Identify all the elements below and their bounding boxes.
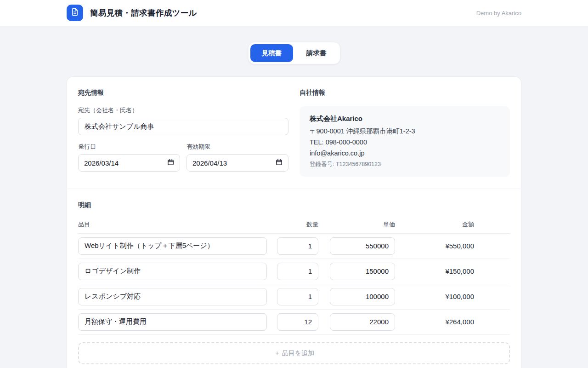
top-bar: 簡易見積・請求書作成ツール Demo by Akarico [0, 0, 588, 26]
company-tel: TEL: 098-000-0000 [310, 137, 500, 148]
issue-date-input[interactable]: 2026/03/14 [78, 154, 180, 172]
recipient-input[interactable] [78, 118, 288, 135]
recipient-section: 宛先情報 宛先（会社名・氏名） 発行日 2026/03/14 [78, 89, 288, 177]
expiry-date-field: 有効期限 2026/04/13 [187, 143, 288, 172]
company-email: info@akarico.co.jp [310, 148, 500, 159]
page-title: 簡易見積・請求書作成ツール [90, 7, 197, 18]
parties-section: 宛先情報 宛先（会社名・氏名） 発行日 2026/03/14 [67, 77, 521, 189]
unit-price-input[interactable] [330, 288, 395, 305]
company-name: 株式会社Akarico [310, 115, 500, 123]
column-header-item: 品目 [78, 220, 267, 229]
quantity-input[interactable] [277, 288, 318, 305]
company-section-title: 自社情報 [300, 89, 510, 97]
issue-date-value: 2026/03/14 [84, 159, 119, 167]
amount-value: ¥100,000 [395, 293, 510, 300]
doc-type-tabs: 見積書 請求書 [248, 42, 340, 64]
company-section: 自社情報 株式会社Akarico 〒900-0001 沖縄県那覇市港町1-2-3… [300, 89, 510, 177]
expiry-date-input[interactable]: 2026/04/13 [187, 154, 288, 172]
company-registration: 登録番号: T1234567890123 [310, 161, 500, 168]
column-header-amount: 金額 [395, 220, 510, 229]
quantity-input[interactable] [277, 313, 318, 331]
item-name-input[interactable] [78, 313, 267, 331]
expiry-date-value: 2026/04/13 [192, 159, 227, 167]
issue-date-field: 発行日 2026/03/14 [78, 143, 180, 172]
recipient-label: 宛先（会社名・氏名） [78, 106, 288, 115]
tab-invoice[interactable]: 請求書 [295, 44, 338, 62]
unit-price-input[interactable] [330, 313, 395, 331]
company-info-box: 株式会社Akarico 〒900-0001 沖縄県那覇市港町1-2-3 TEL:… [300, 106, 510, 177]
column-header-quantity: 数量 [277, 220, 318, 229]
company-address: 〒900-0001 沖縄県那覇市港町1-2-3 [310, 126, 500, 137]
items-table-body: ¥550,000 ¥150,000 ¥100,000 ¥264,000 [78, 234, 510, 335]
item-name-input[interactable] [78, 263, 267, 280]
table-row: ¥150,000 [78, 259, 510, 284]
table-row: ¥264,000 [78, 310, 510, 335]
add-item-button[interactable]: ＋ 品目を追加 [78, 342, 510, 364]
items-section-title: 明細 [78, 201, 510, 209]
line-items-section: 明細 品目 数量 単価 金額 ¥550,000 ¥150,000 ¥100,00… [67, 189, 521, 368]
issue-date-label: 発行日 [78, 143, 180, 151]
column-header-unit-price: 単価 [330, 220, 395, 229]
demo-badge: Demo by Akarico [476, 10, 521, 17]
table-row: ¥550,000 [78, 234, 510, 259]
unit-price-input[interactable] [330, 237, 395, 255]
expiry-date-label: 有効期限 [187, 143, 288, 151]
app-brand: 簡易見積・請求書作成ツール [67, 5, 197, 21]
calendar-icon[interactable] [276, 159, 283, 167]
item-name-input[interactable] [78, 288, 267, 305]
item-name-input[interactable] [78, 237, 267, 255]
recipient-section-title: 宛先情報 [78, 89, 288, 97]
amount-value: ¥550,000 [395, 242, 510, 250]
quantity-input[interactable] [277, 237, 318, 255]
unit-price-input[interactable] [330, 263, 395, 280]
items-table-header: 品目 数量 単価 金額 [78, 220, 510, 234]
app-logo [67, 5, 83, 21]
document-icon [71, 8, 79, 18]
calendar-icon[interactable] [167, 159, 174, 167]
table-row: ¥100,000 [78, 284, 510, 310]
tab-estimate[interactable]: 見積書 [250, 44, 294, 62]
amount-value: ¥150,000 [395, 267, 510, 275]
document-form-card: 宛先情報 宛先（会社名・氏名） 発行日 2026/03/14 [67, 76, 521, 368]
amount-value: ¥264,000 [395, 318, 510, 326]
quantity-input[interactable] [277, 263, 318, 280]
